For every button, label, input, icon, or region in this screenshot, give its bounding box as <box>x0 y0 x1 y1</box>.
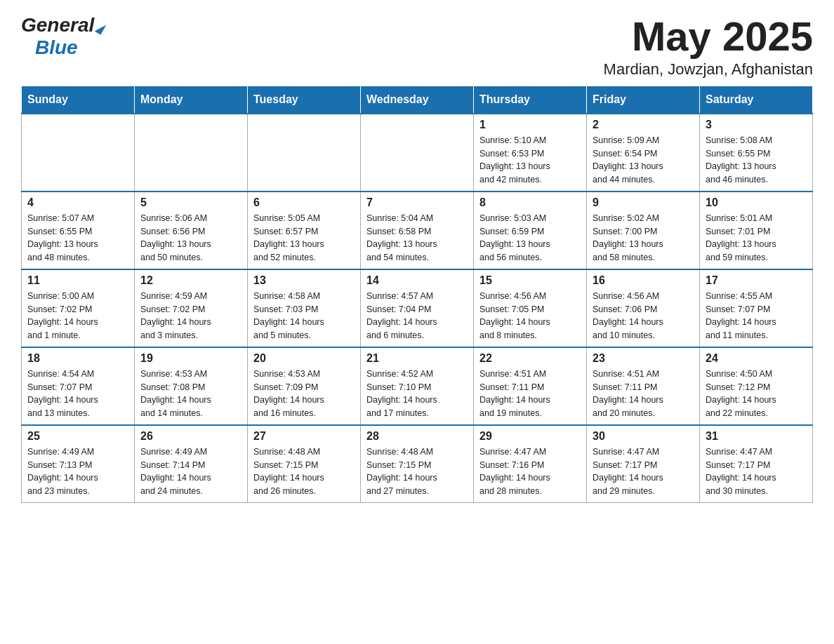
calendar-cell: 10Sunrise: 5:01 AM Sunset: 7:01 PM Dayli… <box>700 192 813 269</box>
calendar-cell: 18Sunrise: 4:54 AM Sunset: 7:07 PM Dayli… <box>22 347 135 425</box>
week-row-1: 1Sunrise: 5:10 AM Sunset: 6:53 PM Daylig… <box>22 114 813 192</box>
calendar-cell: 22Sunrise: 4:51 AM Sunset: 7:11 PM Dayli… <box>474 347 587 425</box>
calendar-cell: 4Sunrise: 5:07 AM Sunset: 6:55 PM Daylig… <box>22 192 135 269</box>
week-row-4: 18Sunrise: 4:54 AM Sunset: 7:07 PM Dayli… <box>22 347 813 425</box>
day-number: 22 <box>479 352 581 365</box>
day-number: 17 <box>706 274 807 287</box>
day-info: Sunrise: 4:54 AM Sunset: 7:07 PM Dayligh… <box>27 368 128 420</box>
calendar-table: Sunday Monday Tuesday Wednesday Thursday… <box>21 86 813 503</box>
calendar-cell: 14Sunrise: 4:57 AM Sunset: 7:04 PM Dayli… <box>361 269 474 347</box>
day-number: 28 <box>366 430 468 443</box>
calendar-cell: 24Sunrise: 4:50 AM Sunset: 7:12 PM Dayli… <box>700 347 813 425</box>
calendar-cell: 26Sunrise: 4:49 AM Sunset: 7:14 PM Dayli… <box>135 425 248 503</box>
week-row-5: 25Sunrise: 4:49 AM Sunset: 7:13 PM Dayli… <box>22 425 813 503</box>
day-number: 5 <box>140 196 241 209</box>
calendar-cell: 27Sunrise: 4:48 AM Sunset: 7:15 PM Dayli… <box>248 425 361 503</box>
day-info: Sunrise: 4:52 AM Sunset: 7:10 PM Dayligh… <box>366 368 468 420</box>
day-info: Sunrise: 5:10 AM Sunset: 6:53 PM Dayligh… <box>479 134 581 187</box>
calendar-cell: 28Sunrise: 4:48 AM Sunset: 7:15 PM Dayli… <box>361 425 474 503</box>
day-info: Sunrise: 4:47 AM Sunset: 7:17 PM Dayligh… <box>706 445 807 498</box>
day-info: Sunrise: 5:09 AM Sunset: 6:54 PM Dayligh… <box>593 134 694 187</box>
day-number: 19 <box>140 352 241 365</box>
title-block: May 2025 Mardian, Jowzjan, Afghanistan <box>604 14 813 79</box>
calendar-cell: 17Sunrise: 4:55 AM Sunset: 7:07 PM Dayli… <box>700 269 813 347</box>
calendar-cell: 12Sunrise: 4:59 AM Sunset: 7:02 PM Dayli… <box>135 269 248 347</box>
day-info: Sunrise: 4:51 AM Sunset: 7:11 PM Dayligh… <box>479 368 581 420</box>
day-info: Sunrise: 5:05 AM Sunset: 6:57 PM Dayligh… <box>253 212 355 264</box>
day-info: Sunrise: 4:48 AM Sunset: 7:15 PM Dayligh… <box>366 445 468 498</box>
day-number: 23 <box>593 352 694 365</box>
day-number: 14 <box>366 274 468 287</box>
calendar-cell: 13Sunrise: 4:58 AM Sunset: 7:03 PM Dayli… <box>248 269 361 347</box>
day-number: 10 <box>706 196 807 209</box>
day-info: Sunrise: 4:47 AM Sunset: 7:16 PM Dayligh… <box>479 445 581 498</box>
weekday-header-row: Sunday Monday Tuesday Wednesday Thursday… <box>22 86 813 114</box>
calendar-cell: 20Sunrise: 4:53 AM Sunset: 7:09 PM Dayli… <box>248 347 361 425</box>
calendar-cell <box>135 114 248 192</box>
calendar-cell: 7Sunrise: 5:04 AM Sunset: 6:58 PM Daylig… <box>361 192 474 269</box>
day-number: 29 <box>479 430 581 443</box>
calendar-cell <box>361 114 474 192</box>
day-number: 25 <box>27 430 128 443</box>
day-number: 20 <box>253 352 355 365</box>
day-info: Sunrise: 4:50 AM Sunset: 7:12 PM Dayligh… <box>706 368 807 420</box>
calendar-cell: 25Sunrise: 4:49 AM Sunset: 7:13 PM Dayli… <box>22 425 135 503</box>
header-wednesday: Wednesday <box>361 86 474 114</box>
calendar-cell: 6Sunrise: 5:05 AM Sunset: 6:57 PM Daylig… <box>248 192 361 269</box>
day-number: 12 <box>140 274 241 287</box>
day-info: Sunrise: 5:02 AM Sunset: 7:00 PM Dayligh… <box>593 212 694 264</box>
day-info: Sunrise: 4:47 AM Sunset: 7:17 PM Dayligh… <box>593 445 694 498</box>
logo-blue-text: Blue <box>35 36 78 59</box>
header: General Blue May 2025 Mardian, Jowzjan, … <box>21 14 813 79</box>
calendar-cell <box>248 114 361 192</box>
header-saturday: Saturday <box>700 86 813 114</box>
day-info: Sunrise: 4:56 AM Sunset: 7:05 PM Dayligh… <box>479 290 581 342</box>
week-row-3: 11Sunrise: 5:00 AM Sunset: 7:02 PM Dayli… <box>22 269 813 347</box>
day-info: Sunrise: 4:56 AM Sunset: 7:06 PM Dayligh… <box>593 290 694 342</box>
day-number: 6 <box>253 196 355 209</box>
header-monday: Monday <box>135 86 248 114</box>
day-number: 16 <box>593 274 694 287</box>
calendar-cell: 3Sunrise: 5:08 AM Sunset: 6:55 PM Daylig… <box>700 114 813 192</box>
day-number: 24 <box>706 352 807 365</box>
day-number: 2 <box>593 119 694 131</box>
header-friday: Friday <box>587 86 700 114</box>
calendar-cell: 21Sunrise: 4:52 AM Sunset: 7:10 PM Dayli… <box>361 347 474 425</box>
day-number: 3 <box>706 119 807 131</box>
day-info: Sunrise: 5:08 AM Sunset: 6:55 PM Dayligh… <box>706 134 807 187</box>
calendar-cell: 19Sunrise: 4:53 AM Sunset: 7:08 PM Dayli… <box>135 347 248 425</box>
calendar-cell: 29Sunrise: 4:47 AM Sunset: 7:16 PM Dayli… <box>474 425 587 503</box>
day-number: 15 <box>479 274 581 287</box>
calendar-cell: 9Sunrise: 5:02 AM Sunset: 7:00 PM Daylig… <box>587 192 700 269</box>
day-info: Sunrise: 4:57 AM Sunset: 7:04 PM Dayligh… <box>366 290 468 342</box>
day-info: Sunrise: 5:00 AM Sunset: 7:02 PM Dayligh… <box>27 290 128 342</box>
day-number: 8 <box>479 196 581 209</box>
day-number: 26 <box>140 430 241 443</box>
day-number: 9 <box>593 196 694 209</box>
day-info: Sunrise: 4:48 AM Sunset: 7:15 PM Dayligh… <box>253 445 355 498</box>
header-tuesday: Tuesday <box>248 86 361 114</box>
day-info: Sunrise: 5:07 AM Sunset: 6:55 PM Dayligh… <box>27 212 128 264</box>
day-info: Sunrise: 4:59 AM Sunset: 7:02 PM Dayligh… <box>140 290 241 342</box>
day-info: Sunrise: 4:53 AM Sunset: 7:08 PM Dayligh… <box>140 368 241 420</box>
logo: General Blue <box>21 14 104 59</box>
day-info: Sunrise: 5:01 AM Sunset: 7:01 PM Dayligh… <box>706 212 807 264</box>
location-title: Mardian, Jowzjan, Afghanistan <box>604 60 813 79</box>
header-sunday: Sunday <box>22 86 135 114</box>
day-number: 31 <box>706 430 807 443</box>
calendar-cell: 30Sunrise: 4:47 AM Sunset: 7:17 PM Dayli… <box>587 425 700 503</box>
day-info: Sunrise: 4:58 AM Sunset: 7:03 PM Dayligh… <box>253 290 355 342</box>
day-info: Sunrise: 5:03 AM Sunset: 6:59 PM Dayligh… <box>479 212 581 264</box>
calendar-cell: 23Sunrise: 4:51 AM Sunset: 7:11 PM Dayli… <box>587 347 700 425</box>
day-number: 18 <box>27 352 128 365</box>
day-number: 4 <box>27 196 128 209</box>
day-info: Sunrise: 5:04 AM Sunset: 6:58 PM Dayligh… <box>366 212 468 264</box>
day-number: 1 <box>479 119 581 131</box>
week-row-2: 4Sunrise: 5:07 AM Sunset: 6:55 PM Daylig… <box>22 192 813 269</box>
header-thursday: Thursday <box>474 86 587 114</box>
day-info: Sunrise: 5:06 AM Sunset: 6:56 PM Dayligh… <box>140 212 241 264</box>
day-info: Sunrise: 4:53 AM Sunset: 7:09 PM Dayligh… <box>253 368 355 420</box>
logo-triangle-icon <box>95 22 107 35</box>
day-number: 11 <box>27 274 128 287</box>
day-number: 27 <box>253 430 355 443</box>
